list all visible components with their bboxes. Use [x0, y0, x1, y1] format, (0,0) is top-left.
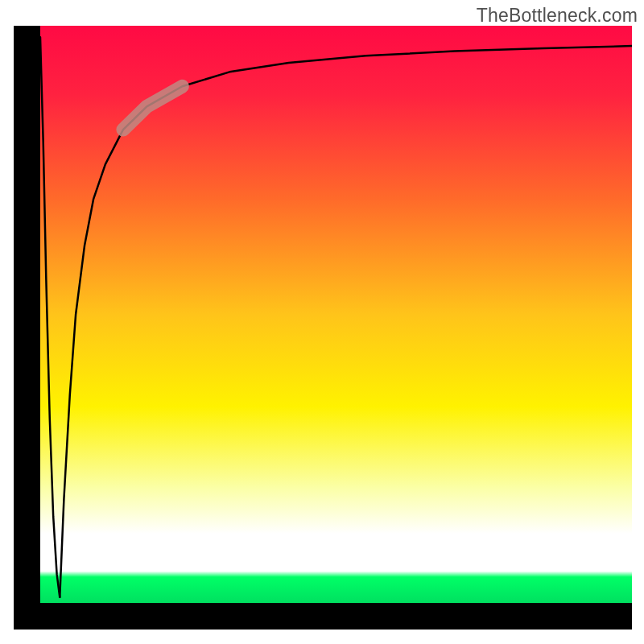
- watermark-text: TheBottleneck.com: [477, 5, 638, 27]
- curve-svg: [40, 26, 632, 603]
- plot-area: [40, 26, 632, 603]
- highlight-segment: [123, 86, 183, 130]
- chart-root: TheBottleneck.com: [0, 0, 644, 644]
- plot-frame: [14, 26, 632, 630]
- curve-bottleneck-curve-down: [40, 37, 60, 597]
- curve-bottleneck-curve-up: [60, 46, 632, 597]
